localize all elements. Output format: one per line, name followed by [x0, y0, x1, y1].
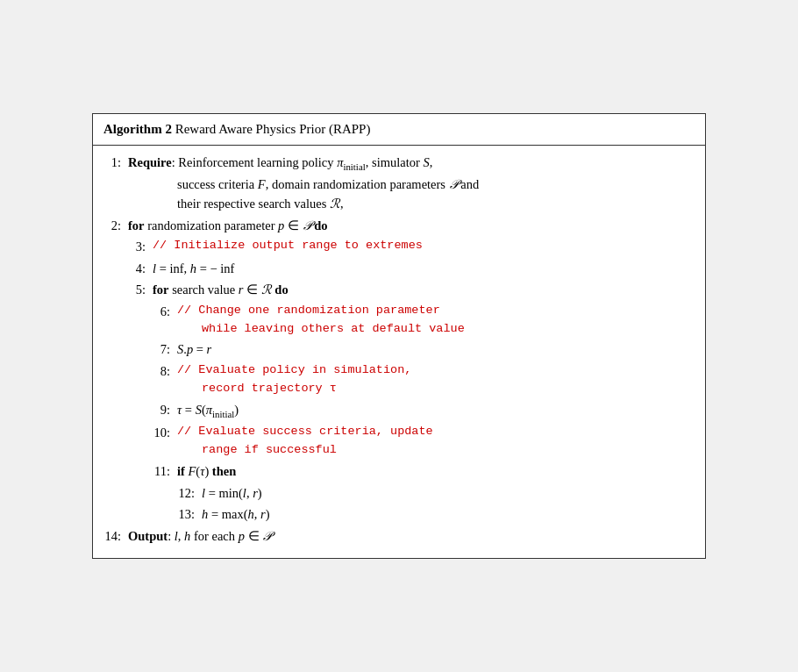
line-num-10: 10: [153, 423, 177, 442]
algorithm-box: Algorithm 2 Reward Aware Physics Prior (… [92, 113, 706, 559]
line-content-10: // Evaluate success criteria, updaterang… [177, 423, 695, 460]
line-num-14: 14: [103, 526, 128, 546]
line-content-6: // Change one randomization parameterwhi… [177, 302, 695, 339]
line-content-14: Output: l, h for each p ∈ 𝒫 [128, 526, 695, 546]
line-9: 9: τ = S(πinitial) [103, 400, 695, 422]
line-num-12: 12: [177, 483, 202, 503]
require-continuation: success criteria F, domain randomization… [128, 175, 479, 214]
line-num-6: 6: [153, 302, 177, 321]
line-content-2: for randomization parameter p ∈ 𝒫 do [128, 216, 695, 235]
line-content-12: l = min(l, r) [202, 483, 695, 503]
line-content-13: h = max(h, r) [202, 504, 695, 524]
line-content-4: l = inf, h = − inf [153, 259, 695, 278]
line-content-7: S.p = r [177, 340, 695, 359]
line-content-5: for search value r ∈ ℛ do [153, 280, 695, 299]
line-content-9: τ = S(πinitial) [177, 400, 695, 422]
algorithm-title-rest: Reward Aware Physics Prior (RAPP) [175, 122, 371, 136]
line-content-8: // Evaluate policy in simulation,record … [177, 361, 695, 398]
line-7: 7: S.p = r [103, 340, 695, 359]
line-num-1: 1: [103, 153, 128, 172]
line-5: 5: for search value r ∈ ℛ do [103, 280, 695, 299]
algorithm-body: 1: Require: Reinforcement learning polic… [93, 146, 705, 558]
line-12: 12: l = min(l, r) [103, 483, 695, 503]
line-2: 2: for randomization parameter p ∈ 𝒫 do [103, 216, 695, 235]
keyword-for-outer: for [128, 218, 145, 232]
line-10: 10: // Evaluate success criteria, update… [103, 423, 695, 460]
line-num-13: 13: [177, 504, 202, 524]
line-8: 8: // Evaluate policy in simulation,reco… [103, 361, 695, 398]
line-1: 1: Require: Reinforcement learning polic… [103, 153, 695, 214]
line-num-11: 11: [153, 461, 177, 481]
line-4: 4: l = inf, h = − inf [103, 259, 695, 278]
line-content-11: if F(τ) then [177, 461, 695, 481]
line-num-2: 2: [103, 216, 128, 235]
algorithm-header: Algorithm 2 Reward Aware Physics Prior (… [93, 114, 705, 146]
line-content-3: // Initialize output range to extremes [153, 237, 695, 255]
line-6: 6: // Change one randomization parameter… [103, 302, 695, 339]
line-11: 11: if F(τ) then [103, 461, 695, 481]
algorithm-title-bold: Algorithm 2 [103, 122, 172, 136]
line-content-1: Require: Reinforcement learning policy π… [128, 153, 695, 214]
line-num-5: 5: [128, 280, 153, 299]
line-num-3: 3: [128, 237, 153, 256]
line-num-4: 4: [128, 259, 153, 278]
line-14: 14: Output: l, h for each p ∈ 𝒫 [103, 526, 695, 546]
line-num-7: 7: [153, 340, 177, 359]
line-num-9: 9: [153, 400, 177, 419]
line-num-8: 8: [153, 361, 177, 381]
line-13: 13: h = max(h, r) [103, 504, 695, 524]
line-3: 3: // Initialize output range to extreme… [103, 237, 695, 256]
keyword-require: Require [128, 155, 172, 169]
